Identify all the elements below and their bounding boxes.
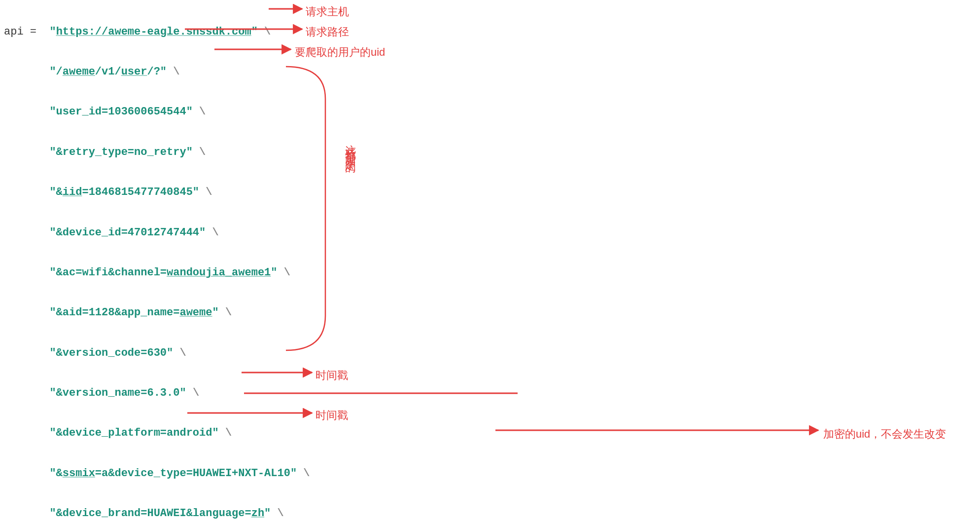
code-line-6: "&ac=wifi&channel=wandoujia_aweme1" \ [4, 263, 980, 283]
annotation-ts1: 时间戳 [315, 366, 348, 386]
code-block: api = "https://aweme-eagle.snssdk.com" \… [0, 0, 980, 523]
code-line-12: "&device_brand=HUAWEI&language=zh" \ [4, 504, 980, 523]
code-line-4: "&iid=1846815477740845" \ [4, 183, 980, 203]
code-line-0: api = "https://aweme-eagle.snssdk.com" \ [4, 22, 980, 42]
code-line-11: "&ssmix=a&device_type=HUAWEI+NXT-AL10" \ [4, 464, 980, 484]
code-line-1: "/aweme/v1/user/?" \ [4, 62, 980, 82]
code-line-7: "&aid=1128&app_name=aweme" \ [4, 303, 980, 323]
code-line-9: "&version_name=6.3.0" \ [4, 383, 980, 404]
annotation-ts2: 时间戳 [315, 406, 348, 426]
annotation-fixed: 这些都是固定的 [340, 136, 360, 156]
code-line-3: "&retry_type=no_retry" \ [4, 143, 980, 163]
annotation-path: 请求路径 [306, 22, 349, 42]
code-line-8: "&version_code=630" \ [4, 343, 980, 364]
annotation-host: 请求主机 [306, 2, 349, 22]
var-name: api [4, 26, 24, 38]
code-line-2: "user_id=103600654544" \ [4, 102, 980, 122]
annotation-encuid: 加密的uid，不会发生改变 [823, 424, 946, 445]
code-line-5: "&device_id=47012747444" \ [4, 223, 980, 243]
annotation-uid: 要爬取的用户的uid [295, 42, 385, 63]
